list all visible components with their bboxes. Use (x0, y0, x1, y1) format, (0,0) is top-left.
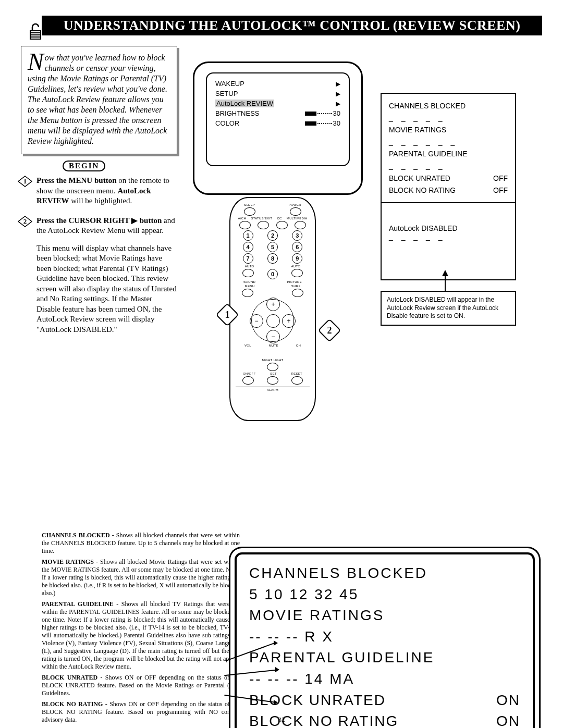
svg-text:1: 1 (23, 177, 27, 185)
cc-button[interactable] (276, 221, 288, 229)
digit-6[interactable]: 6 (292, 242, 302, 252)
intro-box: N ow that you've learned how to block ch… (21, 46, 177, 154)
svg-text:2: 2 (23, 217, 27, 225)
begin-badge: BEGIN (63, 161, 105, 171)
digit-1[interactable]: 1 (243, 230, 253, 241)
review-box-filled: CHANNELS BLOCKED 5 10 12 32 45 MOVIE RAT… (235, 552, 535, 728)
svg-marker-10 (442, 270, 448, 276)
osd-menu: WAKEUP▶ SETUP▶ AutoLock REVIEW▶ BRIGHTNE… (206, 72, 350, 166)
digit-8[interactable]: 8 (267, 253, 278, 264)
slider-dotted-icon (317, 123, 332, 124)
menu-button[interactable] (242, 289, 253, 297)
arrow-right-icon: ▶ (336, 100, 340, 107)
digit-9[interactable]: 9 (292, 253, 302, 264)
slider-filled-icon (305, 121, 316, 126)
step-diamond-icon: 1 (18, 176, 32, 187)
step-1: 1 Press the MENU button on the remote to… (21, 176, 177, 206)
digit-2[interactable]: 2 (267, 230, 278, 241)
arrow-right-icon: ▶ (336, 90, 340, 97)
intro-text: ow that you've learned how to block chan… (28, 53, 167, 145)
page-number: 32 (0, 715, 563, 724)
svg-rect-4 (31, 38, 40, 39)
note-box: AutoLock DISABLED will appear in the Aut… (381, 291, 516, 326)
status-button[interactable] (258, 221, 269, 229)
callout-2-icon: 2 (317, 318, 341, 342)
digit-5[interactable]: 5 (267, 242, 278, 252)
dropcap: N (28, 53, 45, 71)
page-title: UNDERSTANDING THE AUTOLOCK™ CONTROL (REV… (42, 16, 542, 35)
cursor-down-button[interactable]: − (266, 330, 280, 343)
digit-7[interactable]: 7 (243, 253, 253, 264)
cursor-right-button[interactable]: + (282, 314, 296, 328)
step-diamond-icon: 2 (18, 216, 32, 227)
arrow-right-icon: ▶ (336, 80, 340, 88)
sleep-button[interactable] (244, 207, 255, 216)
cursor-left-button[interactable]: − (250, 314, 263, 328)
osd-autolock-highlight: AutoLock REVIEW (215, 100, 274, 107)
arrow-head-icon (274, 700, 278, 705)
lock-open-icon (29, 22, 42, 41)
svg-rect-2 (31, 33, 40, 34)
multimedia-button[interactable] (295, 221, 306, 229)
auto-picture-button[interactable] (291, 269, 303, 277)
surf-button[interactable] (292, 289, 303, 297)
step-2: 2 Press the CURSOR RIGHT ▶ button and th… (21, 216, 177, 335)
arrow-head-icon (275, 667, 279, 672)
svg-rect-3 (31, 35, 40, 36)
onoff-button[interactable] (242, 376, 254, 385)
night-light-label: NIGHT LIGHT (236, 359, 310, 362)
slider-dotted-icon (317, 113, 332, 114)
step-2-paragraph: This menu will display what channels hav… (36, 243, 177, 335)
mute-button[interactable] (266, 314, 280, 328)
digit-0[interactable]: 0 (267, 269, 278, 279)
arrow-head-icon (274, 640, 278, 646)
digit-4[interactable]: 4 (243, 242, 253, 252)
title-text: UNDERSTANDING THE AUTOLOCK™ CONTROL (REV… (64, 18, 521, 33)
alarm-label: ALARM (236, 387, 310, 391)
remote-control: SLEEPPOWER A/CHSTATUS/EXITCCMULTIMEDIA 1… (229, 197, 316, 421)
set-button[interactable] (267, 376, 278, 385)
auto-sound-button[interactable] (242, 269, 254, 277)
descriptions-block: CHANNELS BLOCKED - Shows all blocked cha… (42, 532, 240, 727)
disabled-box: AutoLock DISABLED _ _ _ _ _ (381, 202, 516, 280)
reset-button[interactable] (291, 376, 303, 385)
illustration-area: WAKEUP▶ SETUP▶ AutoLock REVIEW▶ BRIGHTNE… (188, 46, 542, 344)
cursor-ring: + − − + (251, 299, 294, 342)
power-button[interactable] (290, 207, 301, 216)
cursor-up-button[interactable]: + (266, 298, 280, 311)
svg-rect-1 (31, 31, 40, 32)
tv-body: WAKEUP▶ SETUP▶ AutoLock REVIEW▶ BRIGHTNE… (193, 61, 363, 195)
digit-3[interactable]: 3 (292, 230, 302, 241)
slider-filled-icon (305, 112, 316, 116)
ach-button[interactable] (239, 221, 251, 229)
review-box-blank: CHANNELS BLOCKED _ _ _ _ _ MOVIE RATINGS… (381, 93, 516, 204)
night-light-button[interactable] (267, 363, 278, 371)
